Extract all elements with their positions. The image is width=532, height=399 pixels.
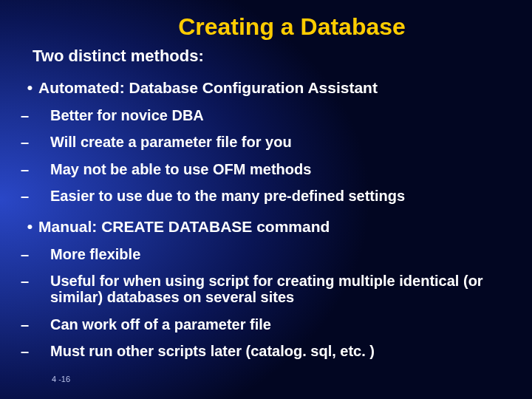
list-subitem: –Can work off of a parameter file [0,306,532,332]
list-subitem-label: Can work off of a parameter file [50,316,271,332]
list-subitem-label: Useful for when using script for creatin… [50,273,483,305]
list-item: •Manual: CREATE DATABASE command [0,205,532,236]
list-subitem: –Will create a parameter file for you [0,123,532,150]
list-subitem: –Useful for when using script for creati… [0,262,532,306]
bullet-icon: • [0,79,38,97]
dash-icon: – [35,273,50,289]
list-item-label: Manual: CREATE DATABASE command [38,218,330,235]
list-subitem-label: Must run other scripts later (catalog. s… [50,343,375,359]
list-item: •Automated: Database Configuration Assis… [0,66,532,97]
bullet-icon: • [0,218,38,236]
page-number: 4 -16 [52,375,70,383]
list-subitem: –Must run other scripts later (catalog. … [0,332,532,359]
dash-icon: – [35,246,50,262]
list-subitem: –Easier to use due to the many pre-defin… [0,177,532,204]
list-subitem-label: More flexible [50,246,140,262]
list-subitem: –Better for novice DBA [0,97,532,123]
dash-icon: – [35,343,50,359]
slide-subtitle: Two distinct methods: [0,41,532,66]
list-subitem-label: Better for novice DBA [50,107,204,123]
dash-icon: – [35,161,50,177]
slide-title: Creating a Database [0,0,532,41]
list-subitem: –More flexible [0,236,532,262]
dash-icon: – [35,316,50,332]
list-subitem-label: Easier to use due to the many pre-define… [50,188,405,204]
list-subitem-label: Will create a parameter file for you [50,134,292,150]
list-subitem: –May not be able to use OFM methods [0,151,532,177]
dash-icon: – [35,188,50,204]
dash-icon: – [35,107,50,123]
list-subitem-label: May not be able to use OFM methods [50,161,311,177]
dash-icon: – [35,134,50,150]
list-item-label: Automated: Database Configuration Assist… [38,79,378,96]
